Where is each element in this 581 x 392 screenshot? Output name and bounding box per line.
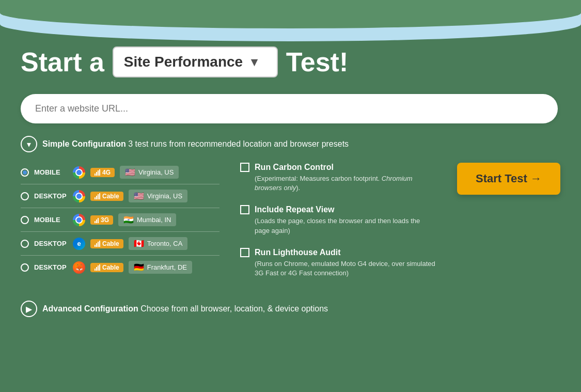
location-badge: 🇺🇸 Virginia, US [120, 166, 179, 179]
location-text: Virginia, US [147, 192, 182, 200]
device-label: MOBILE [34, 216, 68, 224]
simple-config-toggle-icon: ▾ [21, 136, 37, 152]
header-suffix: Test! [286, 46, 348, 77]
simple-config-section: ▾ Simple Configuration 3 test runs from … [21, 136, 560, 290]
location-badge: 🇩🇪 Frankfurt, DE [129, 261, 192, 274]
location-text: Toronto, CA [147, 240, 183, 247]
device-label: MOBILE [34, 168, 68, 176]
repeat-view-option-desc: (Loads the page, closes the browser and … [255, 216, 436, 235]
options-panel: Run Carbon Control (Experimental: Measur… [240, 161, 436, 290]
firefox-icon: 🦊 [73, 261, 85, 274]
header-row: Start a Site Performance ▾ Test! [21, 46, 560, 77]
carbon-checkbox[interactable] [240, 163, 249, 172]
chevron-down-icon: ▾ [251, 55, 257, 69]
chrome-icon [73, 166, 85, 179]
test-type-label: Site Performance [124, 54, 243, 70]
location-badge: 🇺🇸 Virginia, US [129, 190, 187, 202]
simple-config-toggle[interactable]: ▾ Simple Configuration 3 test runs from … [21, 136, 560, 152]
device-label: DESKTOP [34, 192, 68, 200]
speed-badge: 3G [90, 215, 113, 225]
table-row[interactable]: MOBILE 3G 🇮🇳 Mumbai, IN [21, 208, 219, 232]
flag-icon: 🇨🇦 [134, 239, 144, 248]
repeat-view-checkbox[interactable] [240, 205, 249, 214]
table-row[interactable]: DESKTOP Cable 🇺🇸 Virginia, US [21, 184, 219, 208]
table-row[interactable]: DESKTOP 🦊 Cable 🇩🇪 Frankfurt, DE [21, 256, 219, 279]
lighthouse-option-header: Run Lighthouse Audit [240, 248, 436, 257]
flag-icon: 🇩🇪 [134, 262, 144, 272]
radio-mobile-mumbai-chrome[interactable] [21, 216, 29, 224]
edge-icon: e [73, 238, 85, 250]
lighthouse-option: Run Lighthouse Audit (Runs on Chrome, em… [240, 248, 436, 278]
advanced-config-section: ▶ Advanced Configuration Choose from all… [21, 301, 560, 317]
flag-icon: 🇮🇳 [123, 215, 134, 225]
table-row[interactable]: DESKTOP e Cable 🇨🇦 Toronto, CA [21, 232, 219, 256]
configs-grid: MOBILE 4G 🇺🇸 Virginia, US DESKTOP [21, 161, 560, 290]
location-text: Frankfurt, DE [147, 263, 187, 271]
device-label: DESKTOP [34, 263, 68, 271]
advanced-config-label: Advanced Configuration Choose from all b… [42, 304, 328, 313]
carbon-option-title: Run Carbon Control [255, 163, 334, 172]
location-text: Mumbai, IN [137, 216, 171, 224]
flag-icon: 🇺🇸 [125, 167, 135, 177]
radio-desktop-toronto-edge[interactable] [21, 240, 29, 248]
url-input[interactable] [21, 94, 558, 123]
advanced-config-toggle-icon: ▶ [21, 301, 37, 317]
speed-badge: Cable [90, 239, 123, 248]
location-badge: 🇨🇦 Toronto, CA [129, 237, 188, 250]
start-test-button[interactable]: Start Test → [457, 163, 560, 195]
location-badge: 🇮🇳 Mumbai, IN [118, 213, 176, 226]
speed-badge: 4G [90, 168, 115, 177]
carbon-option-header: Run Carbon Control [240, 163, 436, 172]
repeat-view-option-title: Include Repeat View [255, 205, 334, 214]
repeat-view-option: Include Repeat View (Loads the page, clo… [240, 205, 436, 235]
lighthouse-checkbox[interactable] [240, 248, 249, 257]
location-text: Virginia, US [138, 168, 174, 176]
speed-badge: Cable [90, 263, 123, 272]
table-row[interactable]: MOBILE 4G 🇺🇸 Virginia, US [21, 161, 219, 184]
repeat-view-option-header: Include Repeat View [240, 205, 436, 214]
test-rows-list: MOBILE 4G 🇺🇸 Virginia, US DESKTOP [21, 161, 219, 279]
radio-desktop-virginia-chrome[interactable] [21, 192, 29, 200]
radio-desktop-frankfurt-firefox[interactable] [21, 263, 29, 272]
lighthouse-option-desc: (Runs on Chrome, emulated Moto G4 device… [255, 259, 436, 278]
advanced-config-toggle[interactable]: ▶ Advanced Configuration Choose from all… [21, 301, 560, 317]
device-label: DESKTOP [34, 240, 68, 247]
header-prefix: Start a [21, 46, 104, 77]
test-type-dropdown[interactable]: Site Performance ▾ [113, 46, 278, 77]
url-input-container [21, 94, 560, 123]
simple-config-label: Simple Configuration 3 test runs from re… [42, 139, 349, 149]
chrome-icon [73, 190, 85, 202]
speed-badge: Cable [90, 192, 123, 201]
lighthouse-option-title: Run Lighthouse Audit [255, 248, 340, 257]
flag-icon: 🇺🇸 [134, 191, 144, 201]
carbon-option: Run Carbon Control (Experimental: Measur… [240, 163, 436, 193]
carbon-option-desc: (Experimental: Measures carbon footprint… [255, 174, 436, 193]
radio-mobile-virginia-chrome[interactable] [21, 168, 29, 177]
start-btn-container: Start Test → [457, 161, 560, 195]
chrome-icon [73, 214, 85, 226]
